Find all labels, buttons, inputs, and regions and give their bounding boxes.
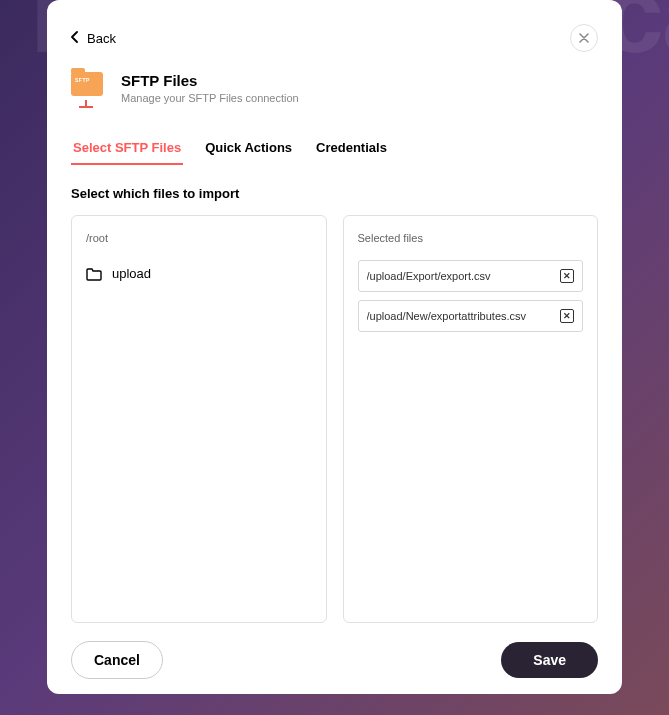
x-icon: ✕ [563,311,571,321]
tabs: Select SFTP Files Quick Actions Credenti… [71,132,598,166]
folder-name: upload [112,266,151,281]
selected-file-path: /upload/Export/export.csv [367,270,491,282]
modal-dialog: Back SFTP SFTP Files Manage your SFTP Fi… [47,0,622,694]
remove-file-button[interactable]: ✕ [560,309,574,323]
instruction-text: Select which files to import [71,186,598,201]
footer-buttons: Cancel Save [71,641,598,679]
close-icon [579,30,589,46]
title-section: SFTP SFTP Files Manage your SFTP Files c… [71,72,598,108]
file-browser-panel: /root upload [71,215,327,623]
folder-icon [86,267,102,281]
selected-file-row: /upload/New/exportattributes.csv ✕ [358,300,584,332]
sftp-icon-label: SFTP [75,77,90,83]
selected-file-row: /upload/Export/export.csv ✕ [358,260,584,292]
back-label: Back [87,31,116,46]
remove-file-button[interactable]: ✕ [560,269,574,283]
modal-title: SFTP Files [121,72,299,89]
tab-quick-actions[interactable]: Quick Actions [203,132,294,165]
selected-files-panel: Selected files /upload/Export/export.csv… [343,215,599,623]
x-icon: ✕ [563,271,571,281]
sftp-icon: SFTP [71,72,107,108]
tab-select-sftp-files[interactable]: Select SFTP Files [71,132,183,165]
panels: /root upload Selected files /upload/Expo… [71,215,598,623]
tab-credentials[interactable]: Credentials [314,132,389,165]
save-button[interactable]: Save [501,642,598,678]
selected-file-path: /upload/New/exportattributes.csv [367,310,527,322]
cancel-button[interactable]: Cancel [71,641,163,679]
modal-subtitle: Manage your SFTP Files connection [121,92,299,104]
chevron-left-icon [71,31,79,45]
current-path: /root [86,232,312,244]
selected-files-label: Selected files [358,232,584,244]
back-button[interactable]: Back [71,31,116,46]
folder-item[interactable]: upload [86,260,312,287]
modal-header: Back [71,24,598,52]
title-text: SFTP Files Manage your SFTP Files connec… [121,72,299,104]
close-button[interactable] [570,24,598,52]
